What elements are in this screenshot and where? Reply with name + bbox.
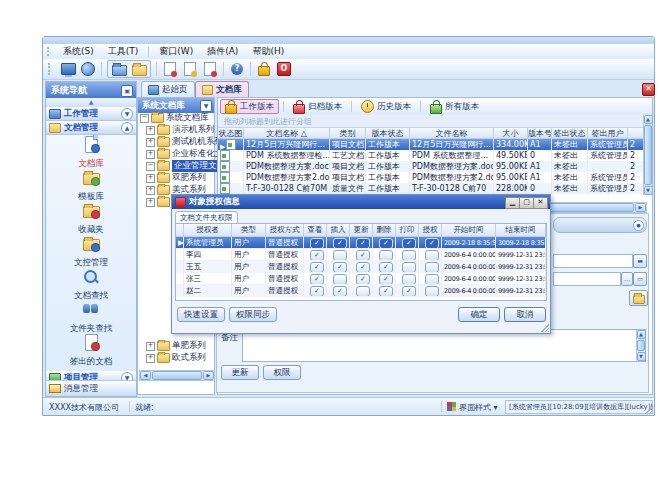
authorize-checkbox[interactable] (425, 274, 439, 285)
menu-tools[interactable]: 工具(T) (101, 44, 146, 59)
sidebar-item-template-library[interactable]: 模板库 (46, 169, 136, 201)
scroll-right-icon[interactable]: ▶ (203, 371, 214, 380)
sidebar-item-doc-search[interactable]: 文档查找 (46, 268, 136, 300)
column-header-mode[interactable]: 授权方式 (266, 224, 304, 237)
column-header-grantee[interactable]: 授权者 (184, 224, 232, 237)
expand-expander-icon[interactable]: + (146, 174, 155, 183)
print-checkbox[interactable] (402, 262, 416, 273)
column-header-authorize[interactable]: 授权 (419, 224, 442, 237)
group-by-bar[interactable]: 拖动列标题到此进行分组 (218, 115, 652, 128)
authorize-checkbox[interactable] (425, 262, 439, 273)
sidebar-item-doc-library[interactable]: 文档库 (46, 136, 136, 168)
menubar-grip[interactable] (47, 47, 52, 56)
table-row[interactable]: T-F-30-0128 C前70M质量文件 工作版本T-F-30-0128 C前… (218, 183, 646, 194)
column-header-version-no[interactable]: 版本号 (528, 128, 552, 139)
toolbar-grip[interactable] (48, 63, 53, 75)
column-header-start-time[interactable]: 开始时间 (442, 224, 496, 237)
column-header-file-name[interactable]: 文件名称 (410, 128, 494, 139)
delete-checkbox[interactable]: ✓ (379, 286, 393, 297)
scrollbar-thumb[interactable] (637, 340, 645, 351)
column-header-view[interactable]: 查看 (304, 224, 327, 237)
scroll-right-icon[interactable]: ▶ (635, 203, 646, 212)
cancel-button[interactable]: 取消 (504, 307, 546, 322)
authorize-checkbox[interactable]: ✓ (425, 238, 439, 249)
checkout-doc-button[interactable] (161, 61, 179, 77)
delete-checkbox[interactable]: ✓ (379, 238, 393, 249)
expand-expander-icon[interactable]: + (146, 186, 155, 195)
view-checkbox[interactable]: ✓ (310, 238, 324, 249)
scroll-up-icon[interactable]: ▲ (637, 330, 646, 339)
authorize-checkbox[interactable] (425, 250, 439, 261)
print-checkbox[interactable] (402, 274, 416, 285)
open-folder-field-button[interactable] (629, 290, 648, 306)
insert-checkbox[interactable] (333, 250, 347, 261)
cancel-checkout-button[interactable] (201, 61, 219, 77)
insert-checkbox[interactable]: ✓ (333, 286, 347, 297)
table-row[interactable]: PDM 系统数据整理检...工艺文档 工作版本PDM 系统数据整理... 49.… (218, 150, 646, 161)
update-checkbox[interactable]: ✓ (356, 250, 370, 261)
permission-row[interactable]: 王五用户普通授权 ✓ ✓ ✓ ✓ 2009-6-4 0:00:009999-12… (176, 261, 546, 273)
dialog-titlebar[interactable]: 对象授权信息 (172, 195, 550, 209)
exit-button[interactable]: O (275, 61, 293, 77)
interface-style-button[interactable]: 界面样式 ▾ (459, 402, 498, 413)
expand-expander-icon[interactable]: + (146, 138, 155, 147)
column-header-end-time[interactable]: 结束时间 (496, 224, 546, 237)
update-checkbox[interactable]: ✓ (356, 262, 370, 273)
update-checkbox[interactable] (356, 286, 370, 297)
view-checkbox[interactable]: ✓ (310, 250, 324, 261)
expand-expander-icon[interactable]: + (146, 198, 155, 207)
all-versions-button[interactable]: 所有版本 (425, 99, 484, 114)
collapse-icon[interactable]: ▼ (200, 100, 212, 112)
chevron-up-icon[interactable]: ▲ (121, 122, 133, 134)
help-button[interactable]: ? (228, 61, 246, 77)
view-checkbox[interactable]: ✓ (310, 274, 324, 285)
view-checkbox[interactable]: ✓ (310, 286, 324, 297)
column-header-delete[interactable]: 删除 (373, 224, 396, 237)
nav-tab-messages[interactable]: 消息管理 (46, 380, 136, 396)
menu-plugins[interactable]: 插件(A) (200, 44, 245, 59)
column-header-type[interactable]: 类型 (232, 224, 266, 237)
computer-button[interactable] (59, 61, 77, 77)
delete-checkbox[interactable]: ✓ (379, 274, 393, 285)
insert-checkbox[interactable] (333, 274, 347, 285)
update-checkbox[interactable]: ✓ (356, 274, 370, 285)
remark-scrollbar[interactable]: ▲ ▼ (636, 330, 645, 361)
authorize-checkbox[interactable] (425, 286, 439, 297)
field-more-button[interactable]: ▭ (633, 272, 647, 286)
scroll-left-icon[interactable]: ◀ (140, 371, 151, 380)
view-checkbox[interactable]: ✓ (310, 262, 324, 273)
property-field-2[interactable] (553, 272, 621, 286)
insert-checkbox[interactable]: ✓ (333, 262, 347, 273)
column-header-category[interactable]: 类别 (330, 128, 366, 139)
permission-row[interactable]: 李四用户普通授权 ✓ ✓ 2009-6-4 0:00:009999-12-31 … (176, 249, 546, 261)
column-header-version-status[interactable]: 版本状态 (366, 128, 410, 139)
tab-start-page[interactable]: 起始页 (141, 81, 195, 97)
column-header-status[interactable]: 状态图 (218, 128, 244, 139)
menu-window[interactable]: 窗口(W) (152, 44, 200, 59)
permission-row[interactable]: 赵二用户普通授权 ✓ ✓ ✓ ✓ 2009-6-4 0:00:009999-12… (176, 285, 546, 297)
open-folder-button[interactable] (110, 61, 128, 77)
insert-checkbox[interactable]: ✓ (333, 238, 347, 249)
copy-folder-button[interactable] (130, 61, 148, 77)
collapse-expander-icon[interactable]: − (140, 114, 149, 123)
expand-expander-icon[interactable]: + (146, 354, 155, 363)
chevron-down-icon[interactable]: ▼ (121, 108, 133, 120)
table-row[interactable]: PDM数据整理方案2.doc项目文档 工作版本PDM数据整理方案2.doc 95… (218, 172, 646, 183)
column-header-update[interactable]: 更新 (350, 224, 373, 237)
table-row[interactable]: ▶ 12月5日万兴隆网行...项目文档 工作版本12月5日万兴隆网行... 33… (218, 139, 646, 150)
collapse-expander-icon[interactable]: − (146, 162, 155, 171)
property-field-1[interactable] (553, 254, 633, 268)
print-checkbox[interactable]: ✓ (402, 238, 416, 249)
column-header-insert[interactable]: 插入 (327, 224, 350, 237)
expand-expander-icon[interactable]: + (146, 150, 155, 159)
archived-version-button[interactable]: 归档版本 (288, 99, 347, 114)
checkin-doc-button[interactable] (181, 61, 199, 77)
close-tab-button[interactable]: ✕ (642, 83, 655, 96)
scroll-down-icon[interactable]: ▼ (637, 352, 646, 361)
field-browse-button[interactable]: ▬ (633, 254, 647, 268)
update-button[interactable]: 更新 (221, 365, 259, 380)
close-button[interactable]: ✕ (533, 197, 548, 209)
scrollbar-thumb[interactable] (152, 371, 202, 380)
tree-horizontal-scrollbar[interactable]: ◀ ▶ (139, 370, 215, 381)
column-header-print[interactable]: 打印 (396, 224, 419, 237)
